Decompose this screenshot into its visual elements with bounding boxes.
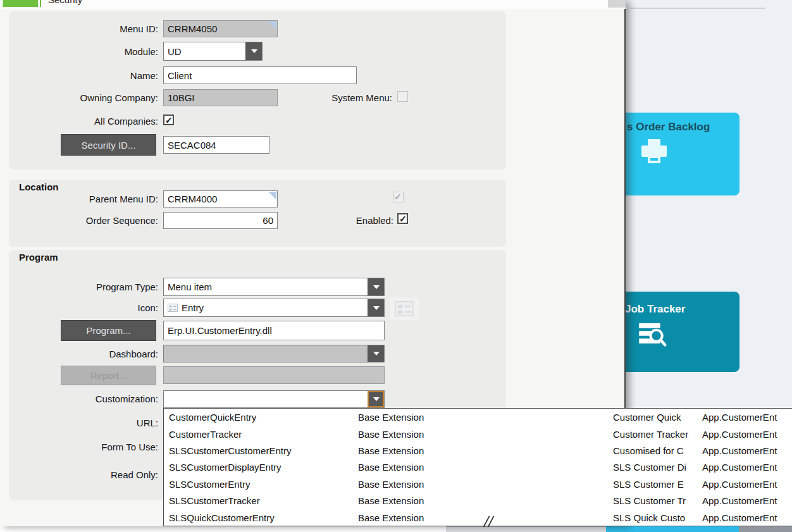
customization-combo[interactable] [163, 390, 385, 408]
read-only-label: Read Only: [9, 469, 158, 480]
name-value: Client [168, 70, 192, 81]
owning-company-label: Owning Company: [9, 92, 158, 103]
system-menu-label: System Menu: [256, 92, 392, 103]
tab-green-icon[interactable] [2, 0, 38, 7]
program-field[interactable]: Erp.UI.CustomerEntry.dll [163, 321, 385, 340]
folded-corner-icon [268, 22, 276, 30]
location-title: Location [19, 182, 59, 192]
printer-icon [639, 139, 669, 166]
enabled-checkbox[interactable] [397, 213, 408, 224]
customization-name: SLSCustomerEntry [169, 478, 250, 489]
parent-menu-id-value: CRRM4000 [168, 194, 217, 204]
customization-description: SLS Customer Di [613, 462, 686, 473]
tab-green-divider [40, 0, 41, 7]
module-dropdown-button[interactable] [245, 42, 262, 60]
customization-assembly: App.CustomerEnt [702, 445, 777, 456]
program-type-label: Program Type: [9, 281, 158, 292]
tab-strip [0, 0, 626, 9]
customization-type: Base Extension [358, 462, 424, 473]
customization-dropdown-list: CustomerQuickEntry Base Extension Custom… [163, 408, 792, 526]
chevron-down-icon [373, 306, 380, 310]
customization-type: Base Extension [358, 512, 424, 523]
name-label: Name: [9, 70, 158, 81]
program-type-value: Menu item [164, 278, 368, 295]
customization-name: SLSCustomerDisplayEntry [169, 462, 282, 473]
system-menu-checkbox [397, 91, 408, 102]
tab-security[interactable]: Security [48, 0, 82, 5]
program-button[interactable]: Program... [61, 320, 156, 341]
customization-name: CustomerQuickEntry [169, 412, 256, 423]
report-field [163, 366, 385, 384]
scroll-corner [608, 0, 626, 8]
program-type-combo[interactable]: Menu item [163, 278, 385, 296]
dashboard-combo [163, 345, 385, 362]
enabled-label: Enabled: [316, 215, 393, 226]
list-item[interactable]: SLSCustomerTracker Base Extension SLS Cu… [164, 492, 792, 509]
all-companies-checkbox[interactable] [163, 114, 174, 125]
menu-id-value: CRRM4050 [168, 23, 217, 34]
icon-combo[interactable]: Entry [163, 299, 385, 317]
customization-assembly: App.CustomerEnt [702, 512, 777, 523]
customization-name: SLSCustomerCustomerEntry [169, 445, 291, 456]
module-combo[interactable]: UD [163, 42, 263, 61]
customization-type: Base Extension [358, 445, 424, 456]
list-item[interactable]: SLSCustomerDisplayEntry Base Extension S… [164, 459, 792, 475]
name-field[interactable]: Client [163, 66, 357, 84]
url-label: URL: [9, 418, 158, 428]
tile-order-backlog-label: s Order Backlog [627, 121, 710, 133]
dashboard-label: Dashboard: [9, 349, 158, 359]
customization-description: SLS Quick Custo [613, 512, 685, 523]
bottom-bar-segment [446, 526, 606, 532]
dashboard-value [164, 345, 368, 362]
order-sequence-field[interactable]: 60 [163, 212, 278, 229]
dashboard-dropdown-button[interactable] [368, 345, 384, 362]
owning-company-value: 10BGI [168, 92, 195, 103]
module-label: Module: [9, 46, 158, 57]
customization-label: Customization: [9, 393, 158, 404]
customization-assembly: App.CustomerEnt [702, 495, 777, 506]
customization-assembly: App.CustomerEnt [702, 462, 777, 473]
program-type-dropdown-button[interactable] [368, 278, 384, 295]
customization-assembly: App.CustomerEnt [702, 428, 777, 439]
bottom-bar-selection [606, 526, 739, 532]
list-item[interactable]: SLSCustomerCustomerEntry Base Extension … [164, 442, 792, 459]
customization-name: SLSQuickCustomerEntry [169, 512, 275, 523]
icon-value: Entry [182, 302, 204, 313]
customization-type: Base Extension [358, 478, 424, 489]
customization-value [164, 391, 368, 407]
hidden-checkbox [393, 192, 404, 202]
customization-assembly: App.CustomerEnt [702, 412, 777, 423]
entry-icon [168, 304, 178, 312]
customization-description: Customer Quick [613, 412, 681, 423]
list-item[interactable]: CustomerQuickEntry Base Extension Custom… [164, 409, 792, 425]
screen: s Order Backlog Job Tracker Security Me [0, 0, 792, 532]
form-to-use-label: Form To Use: [9, 442, 158, 452]
chevron-down-icon [373, 397, 380, 401]
program-value: Erp.UI.CustomerEntry.dll [168, 325, 272, 336]
customization-type: Base Extension [358, 495, 424, 506]
chevron-down-icon [251, 49, 257, 53]
list-item[interactable]: SLSQuickCustomerEntry Base Extension SLS… [164, 509, 792, 526]
icon-label: Icon: [9, 302, 158, 313]
customization-type: Base Extension [358, 412, 424, 423]
all-companies-label: All Companies: [9, 116, 158, 127]
resize-grip-icon[interactable] [482, 516, 496, 528]
order-sequence-value: 60 [263, 215, 273, 226]
security-id-field[interactable]: SECAC084 [163, 136, 269, 154]
icon-dropdown-button[interactable] [368, 299, 384, 316]
chevron-down-icon [373, 285, 380, 289]
customization-dropdown-button[interactable] [368, 391, 384, 407]
menu-id-label: Menu ID: [9, 23, 158, 34]
tile-job-tracker-label: Job Tracker [625, 303, 685, 316]
customization-name: CustomerTracker [169, 428, 242, 439]
list-item[interactable]: SLSCustomerEntry Base Extension SLS Cust… [164, 476, 792, 492]
list-item[interactable]: CustomerTracker Base Extension Customer … [164, 425, 792, 442]
parent-menu-id-label: Parent Menu ID: [9, 194, 158, 204]
parent-menu-id-field[interactable]: CRRM4000 [163, 190, 278, 207]
security-id-value: SECAC084 [168, 140, 216, 151]
customization-description: Customer Tracker [613, 428, 688, 439]
security-id-button[interactable]: Security ID... [61, 134, 156, 156]
module-value: UD [164, 42, 245, 60]
order-sequence-label: Order Sequence: [9, 215, 158, 226]
desktop-divider [630, 8, 765, 9]
